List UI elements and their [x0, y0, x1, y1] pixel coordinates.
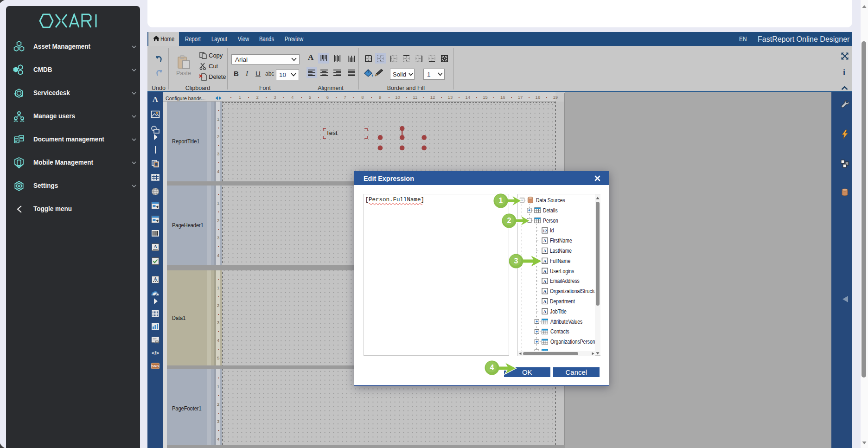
svg-text:A: A	[543, 309, 546, 314]
svg-text:3: 3	[514, 257, 518, 265]
svg-text:SVG: SVG	[152, 364, 160, 368]
svg-text:1: 1	[498, 197, 503, 205]
svg-text:A: A	[543, 279, 546, 284]
svg-text:A: A	[543, 238, 546, 243]
svg-text:A: A	[543, 289, 546, 294]
svg-text:12: 12	[542, 229, 547, 233]
svg-text:A: A	[153, 95, 159, 104]
svg-text:A: A	[153, 276, 157, 282]
svg-text:</>: </>	[152, 350, 159, 356]
svg-text:A: A	[153, 244, 157, 249]
svg-text:A: A	[543, 299, 546, 304]
svg-text:2: 2	[507, 217, 511, 225]
svg-text:4: 4	[490, 364, 494, 371]
